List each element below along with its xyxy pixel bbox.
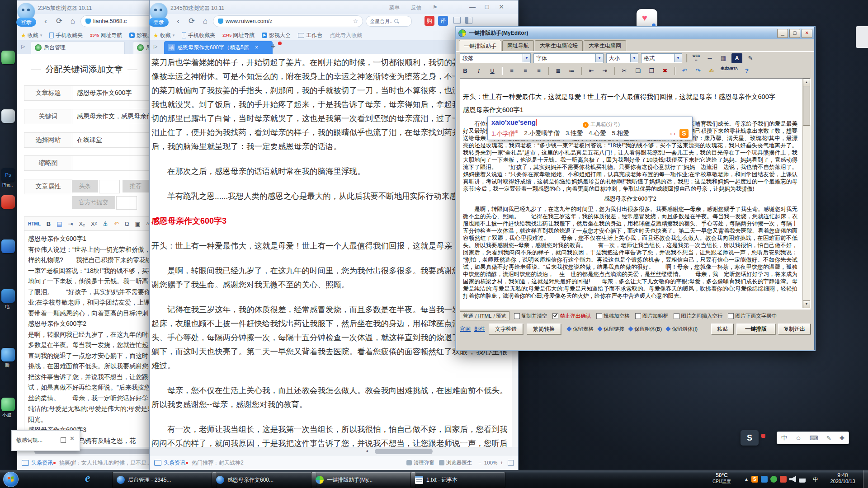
home-icon[interactable]: ⌂ <box>199 16 211 27</box>
tab-admin[interactable]: 后台管理 <box>31 41 125 54</box>
menu-item[interactable]: 菜单 <box>389 5 400 11</box>
note-edit-icon[interactable]: ✍ <box>706 66 717 76</box>
shopping-icon[interactable]: 购 <box>425 16 434 26</box>
attr-button-recommend[interactable]: 推荐 <box>123 180 149 192</box>
new-tab-icon[interactable]: + <box>271 42 276 52</box>
address-bar[interactable]: www.ruiwen.com/z☆ <box>213 15 363 27</box>
bookmark-video[interactable]: ▶影视大全 <box>262 32 291 39</box>
checkbox-icon[interactable] <box>635 313 641 319</box>
desktop-icon-glass[interactable] <box>1 109 15 123</box>
check-no-confirm[interactable]: 禁止弹出确认 <box>552 313 591 319</box>
help-icon[interactable]: ? <box>741 66 752 76</box>
maximize-button[interactable]: □ <box>481 3 493 10</box>
refresh-icon[interactable]: ⟳ <box>186 16 198 27</box>
back-icon[interactable]: ‹ <box>40 16 52 27</box>
zoom-out-icon[interactable]: − <box>478 460 481 465</box>
mail-link[interactable]: 邮件 <box>474 325 485 333</box>
sogou-language-bar[interactable]: 中 ☺ ⌨ ✎ ✚ <box>777 432 849 444</box>
split-screen-icon[interactable] <box>465 17 472 24</box>
scroll-up-icon[interactable]: ▲ <box>803 79 810 86</box>
cut-icon[interactable]: ✂ <box>619 66 630 76</box>
italic-icon[interactable]: I <box>473 66 484 76</box>
flag-icon[interactable]: ⚑ <box>433 4 437 10</box>
scrollbar-thumb[interactable] <box>803 86 810 126</box>
mode-html[interactable]: HTML <box>475 313 492 319</box>
desktop-icon-red-app[interactable] <box>1 195 15 209</box>
bookmark-workbench[interactable]: 工作台 <box>298 32 322 39</box>
official-site-link[interactable]: 官网 <box>460 325 471 333</box>
desktop-icon-blue-app[interactable] <box>1 239 15 253</box>
zoom-level[interactable]: 100% <box>484 460 497 465</box>
redo-icon[interactable]: ↷ <box>693 66 703 76</box>
wrap-icon[interactable]: ⇥ <box>68 221 73 227</box>
show-desktop-button[interactable] <box>863 470 868 488</box>
horizontal-scrollbar[interactable]: ◂ <box>150 447 518 455</box>
titlebar[interactable]: 一键排版助手(MyEditor) ▁ ▢ ✕ <box>456 27 814 39</box>
onekey-format-button[interactable]: 一键排版 <box>736 324 775 334</box>
home-icon[interactable]: ⌂ <box>67 16 79 27</box>
feedback-item[interactable]: 反馈 <box>411 5 421 11</box>
tab-expander-icon[interactable]: |> <box>153 44 157 49</box>
underline-icon[interactable]: U <box>487 66 498 76</box>
desktop-icon-photoshop[interactable]: Ps Pho.. <box>1 168 15 182</box>
undo-icon[interactable]: ↶ <box>679 66 690 76</box>
check-img-border[interactable]: 图片加粗框 <box>635 313 669 319</box>
apps-grid-icon[interactable] <box>453 17 461 24</box>
copy-icon[interactable]: ❏ <box>632 66 643 76</box>
align-left-icon[interactable]: ≡ <box>506 66 517 76</box>
scrollbar-thumb[interactable] <box>375 449 433 454</box>
ime-page-arrows[interactable]: ‹› <box>670 130 677 137</box>
keep-table-option[interactable]: 保留表格 <box>567 326 594 333</box>
close-icon[interactable]: ✕ <box>70 435 75 442</box>
image-icon[interactable]: ▣ <box>135 221 140 227</box>
smiley-icon[interactable]: ☺ <box>795 435 801 441</box>
keep-bold-option[interactable]: 保留粗体(B) <box>629 326 662 333</box>
media-icon[interactable]: ▤ <box>57 221 62 227</box>
bold-icon[interactable]: B <box>47 221 51 227</box>
login-button[interactable]: 登录 <box>149 18 169 27</box>
sogou-logo-icon[interactable]: S <box>679 129 689 138</box>
size-select[interactable]: 大小▼ <box>606 53 638 63</box>
delete-icon[interactable]: ✖ <box>660 66 670 76</box>
news-channel[interactable]: 头条资讯 <box>31 459 53 467</box>
browser-doctor-button[interactable]: 浏览器医生 <box>446 460 472 466</box>
scroll-down-icon[interactable]: ▼ <box>803 300 810 308</box>
attr-button-headline[interactable]: 头条 <box>72 180 98 192</box>
check-copy-clear[interactable]: 复制并清空 <box>514 313 547 319</box>
generate-meta-button[interactable]: 生成META <box>720 66 739 76</box>
tray-expand-icon[interactable]: ▲ <box>744 477 749 482</box>
keyboard-icon[interactable]: ⌨ <box>810 435 818 441</box>
bookmark-nav[interactable]: 2345网址导航 <box>90 32 122 39</box>
mode-preview[interactable]: 预览 <box>494 313 506 319</box>
tray-lang-indicator[interactable]: 中 <box>813 476 818 483</box>
tab-close-icon[interactable]: × <box>255 44 258 51</box>
check-img-blankline[interactable]: 图片之间插入空行 <box>674 313 722 319</box>
ime-candidate-3[interactable]: 3.性爱 <box>566 129 583 137</box>
favorite-star-icon[interactable]: ☆ <box>353 16 358 27</box>
paragraph-select[interactable]: 段落▼ <box>460 53 531 63</box>
check-post-space[interactable]: 投稿加空格 <box>596 313 630 319</box>
clean-popup-button[interactable]: 清理弹窗 <box>414 460 434 466</box>
bookmark-favorites[interactable]: ★收藏▾ <box>21 32 42 39</box>
desktop-icon-wechat[interactable]: 小威 <box>1 398 15 411</box>
taskbar-item-article[interactable]: 感恩母亲作文600... <box>212 472 316 488</box>
html-icon[interactable]: HTML <box>28 221 41 226</box>
omega-icon[interactable]: Ω <box>125 221 129 227</box>
anchor-icon[interactable]: ⚓ <box>103 221 108 227</box>
view-mode-tabs[interactable]: 普通 HTML 预览 <box>460 311 509 320</box>
format-select[interactable]: 格式▼ <box>641 53 682 63</box>
checkbox-icon[interactable] <box>552 313 558 319</box>
tray-speaker-icon[interactable] <box>789 476 796 483</box>
align-right-icon[interactable]: ≡ <box>533 66 544 76</box>
lang-chinese-icon[interactable]: 中 <box>781 434 787 442</box>
tab-url-nav[interactable]: 网址导航 <box>502 40 534 51</box>
tab-onekey-assistant[interactable]: 一键排版助手 <box>459 40 501 52</box>
ime-candidate-2[interactable]: 2.小爱哦学僧 <box>524 129 560 137</box>
table-icon[interactable]: ▦ <box>718 53 729 63</box>
close-button[interactable]: ✕ <box>495 3 508 10</box>
taskbar-item-myeditor[interactable]: 一键排版助手(My... <box>311 472 416 488</box>
undo-icon[interactable]: ↶ <box>114 221 119 227</box>
spellcheck-button[interactable]: 文字检错 <box>489 324 523 334</box>
bookmark-nav[interactable]: 2345网址导航 <box>222 32 255 39</box>
ime-candidate-4[interactable]: 4.心爱 <box>589 129 606 137</box>
